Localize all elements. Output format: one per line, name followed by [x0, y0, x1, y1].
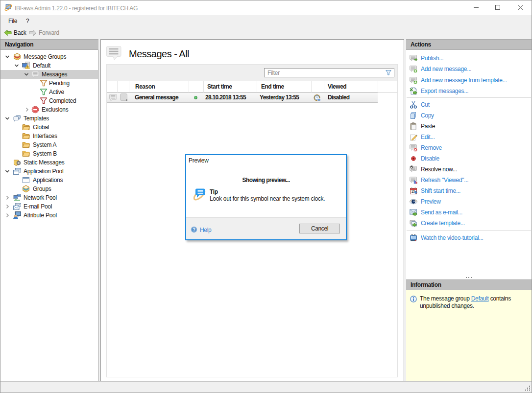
- svg-text:?: ?: [193, 227, 195, 232]
